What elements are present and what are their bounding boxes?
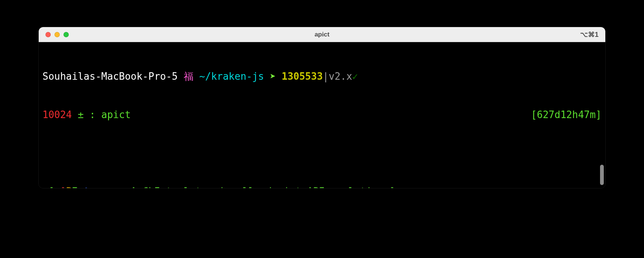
prompt-line-1: Souhailas-MacBook-Pro-5 福 ~/kraken-js ➤ … xyxy=(42,70,602,83)
git-branch: v2.x xyxy=(329,70,352,83)
git-clean-check-icon: ✓ xyxy=(352,70,358,83)
banner-letter: A xyxy=(60,185,66,188)
hostname: Souhailas-MacBook-Pro-5 xyxy=(42,70,178,83)
banner-open: [ xyxy=(42,185,60,188)
elapsed-time: [627d12h47m] xyxy=(531,108,602,121)
traffic-lights xyxy=(45,32,69,37)
prompt-line-2: 10024 ± : apict[627d12h47m] xyxy=(42,108,602,121)
banner-letter: e xyxy=(101,185,107,188)
tab-shortcut: ⌥⌘1 xyxy=(580,30,599,39)
scrollbar-thumb[interactable] xyxy=(600,165,604,185)
terminal-body[interactable]: Souhailas-MacBook-Pro-5 福 ~/kraken-js ➤ … xyxy=(39,42,605,188)
close-icon[interactable] xyxy=(45,32,51,37)
command-input: apict xyxy=(101,108,131,121)
host-kanji: 福 xyxy=(184,70,194,83)
banner-letter: P xyxy=(66,185,72,188)
banner-letter: u xyxy=(89,185,95,188)
banner-close: ] xyxy=(384,185,395,188)
titlebar: apict ⌥⌘1 xyxy=(39,27,605,42)
banner-colon: : xyxy=(107,185,131,188)
banner-line: [ APIcture : A CLI tool to visually depi… xyxy=(42,185,602,188)
prompt-arrow-icon: ➤ xyxy=(270,70,276,83)
banner-letter: t xyxy=(84,185,90,188)
prompt-pid: 10024 xyxy=(42,108,72,121)
blank-line xyxy=(42,147,602,159)
banner-letter: r xyxy=(95,185,101,188)
banner-letter: c xyxy=(78,185,84,188)
prompt-colon: : xyxy=(89,108,95,121)
cwd: ~/kraken-js xyxy=(199,70,264,83)
branch-separator: | xyxy=(323,70,329,83)
window-title: apict xyxy=(39,31,605,38)
plus-minus-icon: ± xyxy=(78,108,84,121)
terminal-window: apict ⌥⌘1 Souhailas-MacBook-Pro-5 福 ~/kr… xyxy=(39,27,605,188)
banner-desc: A CLI tool to visually depict API evolut… xyxy=(131,185,384,188)
minimize-icon[interactable] xyxy=(54,32,60,37)
git-commit: 1305533 xyxy=(282,70,323,83)
zoom-icon[interactable] xyxy=(63,32,69,37)
banner-letter: I xyxy=(72,185,78,188)
